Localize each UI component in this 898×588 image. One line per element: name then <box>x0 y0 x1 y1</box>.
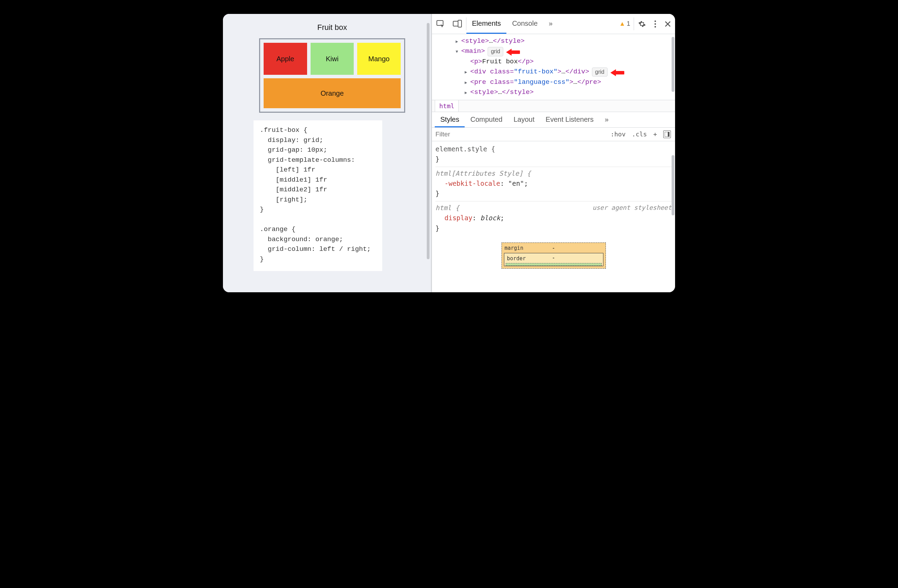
svg-point-5 <box>655 26 656 27</box>
tab-console[interactable]: Console <box>506 14 543 34</box>
rules-scrollbar[interactable] <box>672 155 674 215</box>
style-rules-panel[interactable]: element.style { } html[Attributes Style]… <box>432 141 675 272</box>
fruit-mango: Mango <box>357 43 401 75</box>
left-scrollbar[interactable] <box>427 23 429 285</box>
subtab-layout[interactable]: Layout <box>508 112 540 127</box>
devtools-window: Fruit box Apple Kiwi Mango Orange .fruit… <box>223 14 675 292</box>
styles-filter-input[interactable] <box>432 128 606 141</box>
grid-badge[interactable]: grid <box>487 47 503 56</box>
rule-element-style[interactable]: element.style { } <box>435 143 672 167</box>
css-code-block: .fruit-box { display: grid; grid-gap: 10… <box>254 120 382 271</box>
annotation-arrow-icon <box>610 68 624 77</box>
warning-icon: ▲ <box>619 20 625 28</box>
rendered-page-pane: Fruit box Apple Kiwi Mango Orange .fruit… <box>223 14 431 292</box>
fruit-orange: Orange <box>264 78 401 108</box>
fruit-kiwi: Kiwi <box>311 43 354 75</box>
dom-node-div-fruitbox[interactable]: <div class="fruit-box">…</div> grid <box>435 67 672 77</box>
bm-border-label: border <box>507 255 526 263</box>
subtab-styles[interactable]: Styles <box>435 112 464 127</box>
expand-arrow-icon[interactable] <box>464 77 469 87</box>
svg-point-4 <box>655 23 656 25</box>
styles-tabbar: Styles Computed Layout Event Listeners » <box>432 112 675 128</box>
new-rule-button[interactable]: + <box>653 131 657 138</box>
svg-rect-7 <box>668 132 669 137</box>
dom-node-main[interactable]: <main> grid <box>435 46 672 56</box>
expand-arrow-icon[interactable] <box>456 36 460 46</box>
tab-more[interactable]: » <box>543 14 558 34</box>
expand-arrow-icon[interactable] <box>464 67 469 77</box>
warnings-badge[interactable]: ▲ 1 <box>616 14 634 34</box>
close-icon[interactable] <box>660 14 675 34</box>
dom-scrollbar[interactable] <box>672 37 674 92</box>
grid-badge[interactable]: grid <box>592 68 607 77</box>
page-title: Fruit box <box>244 23 420 32</box>
dom-node-p[interactable]: <p>Fruit box</p> <box>435 57 672 67</box>
subtab-computed[interactable]: Computed <box>464 112 508 127</box>
sidebar-toggle-icon[interactable] <box>663 131 671 138</box>
bm-margin-label: margin <box>504 244 523 252</box>
gear-icon[interactable] <box>634 14 650 34</box>
dom-node-style2[interactable]: <style>…</style> <box>435 87 672 97</box>
subtab-events[interactable]: Event Listeners <box>540 112 599 127</box>
styles-filter-row: :hov .cls + <box>432 128 675 141</box>
warning-count: 1 <box>627 20 630 28</box>
annotation-arrow-icon <box>505 48 520 57</box>
fruit-apple: Apple <box>264 43 307 75</box>
kebab-menu-icon[interactable] <box>650 14 660 34</box>
fruit-box-grid: Apple Kiwi Mango Orange <box>259 38 405 113</box>
subtab-more[interactable]: » <box>599 112 614 127</box>
dom-tree[interactable]: <style>…</style> <main> grid <p>Fruit bo… <box>432 34 675 100</box>
cls-toggle[interactable]: .cls <box>632 131 647 138</box>
box-model-diagram[interactable]: margin - border - <box>435 236 672 269</box>
expand-arrow-icon[interactable] <box>464 87 469 97</box>
inspect-element-icon[interactable] <box>432 14 449 34</box>
dom-node-style[interactable]: <style>…</style> <box>435 36 672 46</box>
breadcrumb-html[interactable]: html <box>435 100 459 112</box>
rule-html-ua[interactable]: html {user agent stylesheet display: blo… <box>435 202 672 236</box>
svg-point-3 <box>655 20 656 22</box>
styles-filter-tools: :hov .cls + <box>606 131 675 138</box>
expand-arrow-icon[interactable] <box>456 46 460 56</box>
svg-rect-0 <box>437 20 443 25</box>
devtools-toolbar: Elements Console » ▲ 1 <box>432 14 675 34</box>
tab-elements[interactable]: Elements <box>466 14 506 34</box>
breadcrumb-bar: html <box>432 100 675 112</box>
svg-rect-2 <box>458 20 461 27</box>
device-toggle-icon[interactable] <box>449 14 466 34</box>
dom-node-pre[interactable]: <pre class="language-css">…</pre> <box>435 77 672 87</box>
devtools-pane: Elements Console » ▲ 1 <style>…</st <box>432 14 675 292</box>
hov-toggle[interactable]: :hov <box>610 131 625 138</box>
rule-html-attrs[interactable]: html[Attributes Style] { -webkit-locale:… <box>435 167 672 202</box>
